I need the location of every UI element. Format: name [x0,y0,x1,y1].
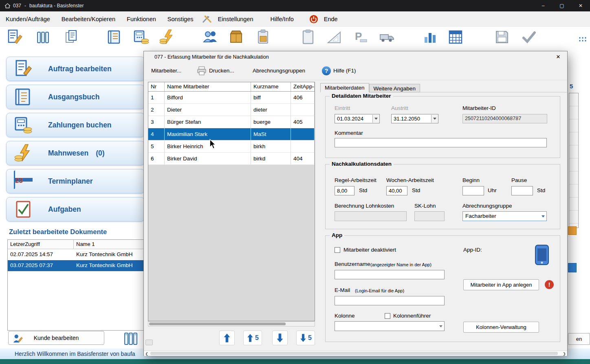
group-legend: Detaildaten Mitarbeiter [330,93,393,99]
benutzername-field[interactable] [335,270,445,279]
scroll-left-icon[interactable]: ❮ [144,351,150,356]
wochen-arbeitszeit-field[interactable]: 40,00 [386,186,407,195]
column-header[interactable]: LetzerZugriff [8,240,74,249]
move-up-button[interactable] [219,331,235,345]
approve-check-icon[interactable] [521,29,537,45]
order-clipboard-icon[interactable] [255,29,271,45]
archive-columns-icon[interactable] [122,331,139,347]
column-header[interactable]: ZeitApp- [291,82,315,91]
move-down-button[interactable] [272,331,288,345]
printer-icon [197,66,207,75]
kolonne-label: Kolonne [335,313,355,319]
column-header[interactable]: Name Mitarbeiter [165,82,251,91]
move-up-5-button[interactable]: 5 [243,331,262,345]
menu-sonstiges[interactable]: Sonstiges [162,13,199,25]
group-legend: App [330,232,344,238]
table-row[interactable]: 6Birker Davidbirkd404 [148,153,315,165]
chevron-down-icon[interactable] [540,212,546,220]
dialog-titlebar: 077 - Erfassung Mitarbeiter für die Nach… [144,51,567,62]
dunning-lightning-icon[interactable] [159,29,175,45]
calendar-dropdown-icon[interactable] [372,115,379,123]
dialog-close-button[interactable]: ✕ [549,51,567,62]
ruler-icon[interactable] [326,29,342,45]
table-row-selected[interactable]: 4Maximilian StarkMaSt [148,128,315,140]
close-button[interactable]: ✕ [571,0,590,11]
mahnwesen-count-badge: (0) [96,149,104,158]
power-icon [309,15,318,24]
small-corner-button[interactable] [145,340,153,345]
mitarbeiter-menu-button[interactable]: Mitarbeiter... [151,68,181,74]
truck-icon[interactable] [379,29,395,45]
calculator-payments-icon[interactable] [133,29,149,45]
column-header[interactable]: Name 1 [74,240,144,249]
scrollbar-thumb[interactable] [150,352,558,355]
hilfe-menu-button[interactable]: Hilfe (F1) [333,68,356,74]
move-down-5-button[interactable]: 5 [296,331,315,345]
mitarbeiter-id-field: 25072110204000068787 [462,114,547,123]
table-horizontal-scrollbar[interactable] [148,321,315,327]
mitarbeiter-deaktiviert-checkbox[interactable] [335,247,340,253]
price-list-icon[interactable]: P [352,29,368,45]
copy-icon[interactable] [64,29,80,45]
abrechnungsgruppe-select[interactable]: Facharbeiter [462,211,547,221]
tab-mitarbeiterdaten[interactable]: Mitarbeiterdaten [320,83,369,92]
scrollbar-thumb[interactable] [149,322,286,325]
scroll-right-icon[interactable]: ❯ [561,351,567,356]
blue-cell-fragment [568,263,577,272]
abrechnungsgruppen-menu-button[interactable]: Abrechnungsgruppen [253,68,305,74]
table-row[interactable]: 3Bürger Stefanbuerge405 [148,116,315,128]
recent-doc-row-selected[interactable]: 03.07.2025 07:37 Kurz Tontechnik GmbH [8,260,144,271]
dialog-horizontal-scrollbar[interactable]: ❮ ❯ [144,351,567,356]
column-header[interactable]: Nr [148,82,165,91]
table-row[interactable]: 5Birker Heinrichbirkh [148,140,315,153]
clipboard-icon[interactable] [300,29,316,45]
minimize-button[interactable]: – [534,0,553,11]
chart-icon[interactable] [422,29,438,45]
menu-einstellungen[interactable]: Einstellungen [212,13,259,25]
menu-ende[interactable]: Ende [318,13,343,25]
chevron-down-icon[interactable] [438,322,444,330]
menu-hilfe-info[interactable]: Hilfe/Info [265,13,299,25]
email-field[interactable] [335,296,445,305]
recent-docs-table: LetzerZugriff Name 1 02.07.2025 14:57 Ku… [7,239,145,331]
kolonnen-verwaltung-button[interactable]: Kolonnen-Verwaltung [463,322,539,333]
recent-doc-row[interactable]: 02.07.2025 14:57 Kurz Tontechnik GmbH [8,249,144,260]
grid-calculator-icon[interactable] [447,29,464,45]
sidebar-item-auftrag-bearbeiten[interactable]: Auftrag bearbeiten [6,57,145,81]
sidebar-item-terminplaner[interactable]: 23 Terminplaner [6,169,145,193]
mitarbeiter-in-app-anlegen-button[interactable]: Mitarbeiter in App anlegen [463,279,539,290]
sidebar-item-mahnwesen[interactable]: Mahnwesen (0) [6,141,145,165]
customers-icon[interactable] [202,29,218,45]
beginn-field[interactable] [462,186,484,195]
menu-funktionen[interactable]: Funktionen [121,13,162,25]
materials-box-icon[interactable] [228,29,244,45]
table-row[interactable]: 2Dieterdieter [148,104,315,116]
kolonne-select[interactable] [335,321,445,331]
sidebar-item-ausgangsbuch[interactable]: Ausgangsbuch [6,85,145,109]
sidebar-item-zahlungen-buchen[interactable]: Zahlungen buchen [6,113,145,137]
save-icon[interactable] [494,29,510,45]
kommentar-field[interactable] [335,138,547,147]
sidebar-item-aufgaben[interactable]: Aufgaben [6,197,145,221]
ledger-icon[interactable] [106,29,122,45]
edit-document-icon[interactable] [7,29,23,45]
kolonnenfuehrer-checkbox[interactable] [385,313,390,319]
column-header[interactable]: Kurzname [251,82,291,91]
regel-arbeitszeit-field[interactable]: 8,00 [335,186,354,195]
tab-weitere-angaben[interactable]: Weitere Angaben [369,84,420,92]
sidebar-item-label: Ausgangsbuch [48,93,99,101]
menu-bearbeiten-kopieren[interactable]: Bearbeiten/Kopieren [56,13,121,25]
kunde-bearbeiten-button[interactable]: Kunde bearbeiten [8,331,104,345]
eintritt-date-field[interactable]: 01.03.2024 [335,114,380,123]
maximize-button[interactable]: ▢ [553,0,571,11]
calendar-dropdown-icon[interactable] [431,115,438,123]
table-row[interactable]: 1Biffordbiff406 [148,92,315,104]
columns-icon[interactable] [35,29,51,45]
sk-lohn-label: SK-Lohn [414,203,436,209]
drucken-menu-button[interactable]: Drucken... [209,68,234,74]
window-title: baufaktura - Basisfenster [29,3,84,9]
pause-field[interactable] [511,186,533,195]
benutzername-hint: (angezeigter Name in der App) [370,262,431,267]
austritt-date-field[interactable]: 31.12.2050 [391,114,438,123]
menu-kunden-auftraege[interactable]: Kunden/Aufträge [0,13,56,25]
